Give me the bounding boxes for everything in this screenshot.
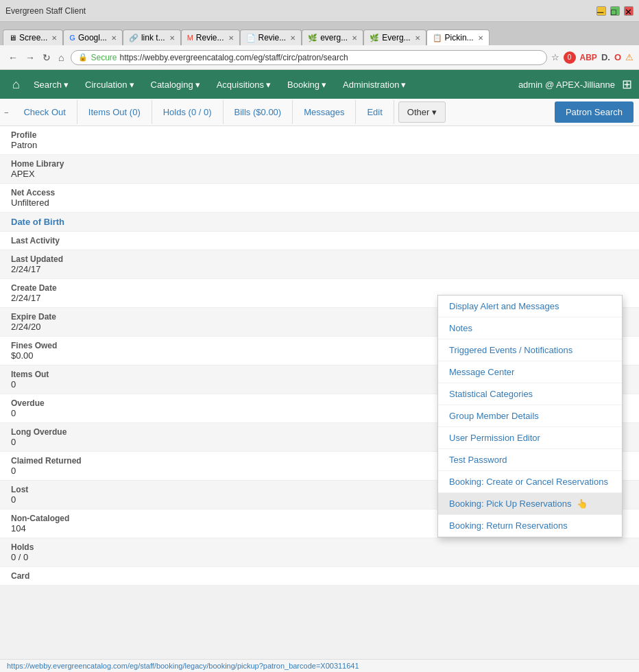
tab-4[interactable]: M Revie... ✕ — [181, 29, 240, 45]
menu-notes[interactable]: Notes — [438, 317, 622, 339]
nav-acquisitions[interactable]: Acquisitions ▾ — [208, 73, 279, 97]
tab-3-label: link t... — [141, 33, 165, 43]
nav-administration[interactable]: Administration ▾ — [335, 73, 414, 97]
menu-booking-return[interactable]: Booking: Return Reservations — [438, 515, 622, 537]
tab-4-icon: M — [187, 34, 193, 42]
tab-check-out[interactable]: Check Out — [12, 100, 77, 124]
nav-booking[interactable]: Booking ▾ — [279, 73, 335, 97]
warning-icon[interactable]: ⚠ — [625, 52, 634, 62]
tab-edit[interactable]: Edit — [356, 100, 394, 124]
menu-message-center[interactable]: Message Center — [438, 361, 622, 383]
tab-messages[interactable]: Messages — [293, 100, 356, 124]
last-updated-row: Last Updated 2/24/17 — [0, 250, 639, 279]
card-label: Card — [11, 571, 628, 581]
home-library-label: Home Library — [11, 159, 628, 169]
grid-icon[interactable]: ⊞ — [622, 77, 632, 92]
profile-value: Patron — [11, 140, 628, 150]
other-dropdown-menu: Display Alert and Messages Notes Trigger… — [437, 295, 623, 538]
tab-4-label: Revie... — [196, 33, 224, 43]
profile-row: Profile Patron — [0, 126, 639, 155]
tab-5[interactable]: 📄 Revie... ✕ — [240, 29, 302, 45]
home-button[interactable]: ⌂ — [7, 75, 25, 95]
nav-acquisitions-arrow: ▾ — [266, 80, 271, 90]
tab-8-active[interactable]: 📋 Pickin... ✕ — [426, 29, 490, 45]
tab-6[interactable]: 🌿 everg... ✕ — [302, 29, 363, 45]
menu-triggered-events[interactable]: Triggered Events / Notifications — [438, 339, 622, 361]
tab-4-close[interactable]: ✕ — [228, 34, 234, 42]
menu-group-member-details[interactable]: Group Member Details — [438, 405, 622, 427]
net-access-label: Net Access — [11, 188, 628, 197]
other-button[interactable]: Other ▾ — [398, 101, 446, 123]
tab-8-icon: 📋 — [433, 34, 442, 43]
browser-tabs: 🖥 Scree... ✕ G Googl... ✕ 🔗 link t... ✕ … — [0, 22, 639, 45]
holds-row: Holds 0 / 0 — [0, 538, 639, 567]
minimize-button[interactable]: ─ — [596, 6, 606, 16]
patron-search-button[interactable]: Patron Search — [555, 101, 634, 123]
tab-6-label: everg... — [320, 33, 348, 43]
nav-booking-arrow: ▾ — [322, 80, 326, 90]
close-button[interactable]: ✕ — [624, 6, 634, 16]
nav-circulation-arrow: ▾ — [130, 80, 134, 90]
nav-search[interactable]: Search ▾ — [25, 73, 77, 97]
basket-icon[interactable]: 0 — [564, 51, 576, 64]
address-icons: ☆ 0 ABP D. O ⚠ — [551, 51, 634, 64]
tab-5-icon: 📄 — [246, 34, 256, 43]
menu-booking-create-cancel[interactable]: Booking: Create or Cancel Reservations — [438, 471, 622, 493]
tab-5-close[interactable]: ✕ — [290, 34, 296, 42]
nav-administration-label: Administration — [343, 80, 399, 90]
home-nav-button[interactable]: ⌂ — [56, 51, 67, 64]
back-button[interactable]: ← — [5, 51, 21, 64]
opera-icon[interactable]: O — [614, 52, 621, 62]
last-activity-label: Last Activity — [11, 236, 628, 245]
nav-right: admin @ APEX-Jillianne ⊞ — [518, 77, 632, 92]
tab-1-close[interactable]: ✕ — [51, 34, 57, 42]
tab-1-label: Scree... — [19, 33, 47, 43]
card-row: Card — [0, 567, 639, 586]
tab-2[interactable]: G Googl... ✕ — [63, 29, 123, 45]
maximize-button[interactable]: □ — [610, 6, 620, 16]
nav-search-arrow: ▾ — [64, 80, 69, 90]
main-content: Profile Patron Home Library APEX Net Acc… — [0, 126, 639, 586]
browser-titlebar: Evergreen Staff Client ─ □ ✕ — [0, 0, 639, 22]
tab-7-icon: 🌿 — [370, 34, 379, 43]
menu-booking-pickup[interactable]: Booking: Pick Up Reservations 👆 — [438, 493, 622, 515]
menu-user-permission-editor[interactable]: User Permission Editor — [438, 427, 622, 449]
profile-label: Profile — [11, 130, 628, 140]
menu-statistical-categories[interactable]: Statistical Categories — [438, 383, 622, 405]
reload-button[interactable]: ↻ — [40, 51, 53, 64]
menu-display-alert[interactable]: Display Alert and Messages — [438, 296, 622, 317]
bookmark-icon[interactable]: ☆ — [551, 52, 559, 62]
adblock-icon[interactable]: ABP — [580, 53, 597, 62]
collapse-button[interactable]: − — [0, 101, 12, 123]
last-activity-row: Last Activity — [0, 232, 639, 250]
tab-7[interactable]: 🌿 Everg... ✕ — [363, 29, 426, 45]
url-bar[interactable]: 🔒 Secure https://webby.evergreencatalog.… — [71, 50, 546, 65]
tab-1[interactable]: 🖥 Scree... ✕ — [3, 29, 63, 45]
tab-7-close[interactable]: ✕ — [415, 34, 420, 42]
tab-3[interactable]: 🔗 link t... ✕ — [123, 29, 181, 45]
nav-cataloging[interactable]: Cataloging ▾ — [143, 73, 208, 97]
action-tabs-bar: − Check Out Items Out (0) Holds (0 / 0) … — [0, 99, 639, 126]
window-controls: ─ □ ✕ — [596, 6, 634, 16]
tab-2-label: Googl... — [78, 33, 107, 43]
address-bar: ← → ↻ ⌂ 🔒 Secure https://webby.evergreen… — [0, 45, 639, 70]
tab-3-close[interactable]: ✕ — [169, 34, 175, 42]
app-navbar: ⌂ Search ▾ Circulation ▾ Cataloging ▾ Ac… — [0, 70, 639, 99]
tab-6-icon: 🌿 — [308, 34, 317, 43]
tab-6-close[interactable]: ✕ — [352, 34, 357, 42]
tab-bills[interactable]: Bills ($0.00) — [224, 100, 293, 124]
nav-acquisitions-label: Acquisitions — [217, 80, 264, 90]
tab-items-out[interactable]: Items Out (0) — [77, 100, 152, 124]
tab-holds[interactable]: Holds (0 / 0) — [152, 100, 224, 124]
forward-button[interactable]: → — [23, 51, 38, 64]
dob-row: Date of Birth — [0, 213, 639, 232]
tab-8-close[interactable]: ✕ — [478, 34, 483, 42]
tab-8-label: Pickin... — [445, 33, 474, 43]
menu-test-password[interactable]: Test Password — [438, 449, 622, 471]
url-text: https://webby.evergreencatalog.com/eg/st… — [120, 53, 348, 62]
user-info: admin @ APEX-Jillianne — [518, 80, 615, 90]
net-access-row: Net Access Unfiltered — [0, 184, 639, 213]
nav-circulation[interactable]: Circulation ▾ — [77, 73, 142, 97]
dmark-icon[interactable]: D. — [601, 52, 610, 62]
tab-2-close[interactable]: ✕ — [111, 34, 117, 42]
